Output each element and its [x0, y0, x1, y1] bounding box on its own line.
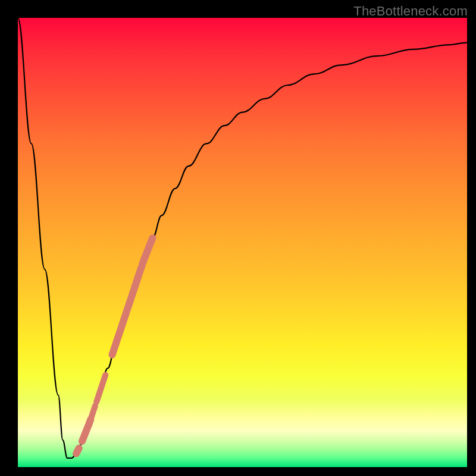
- highlight-segment: [76, 448, 79, 453]
- highlight-segment: [112, 238, 153, 355]
- highlight-segment: [82, 419, 90, 441]
- plot-area: [18, 18, 467, 467]
- attribution-text: TheBottleneck.com: [353, 4, 468, 19]
- chart-frame: TheBottleneck.com: [0, 0, 476, 476]
- bottleneck-curve: [18, 18, 467, 458]
- highlight-segment: [96, 375, 105, 402]
- curve-layer: [18, 18, 467, 467]
- highlight-markers: [76, 238, 152, 453]
